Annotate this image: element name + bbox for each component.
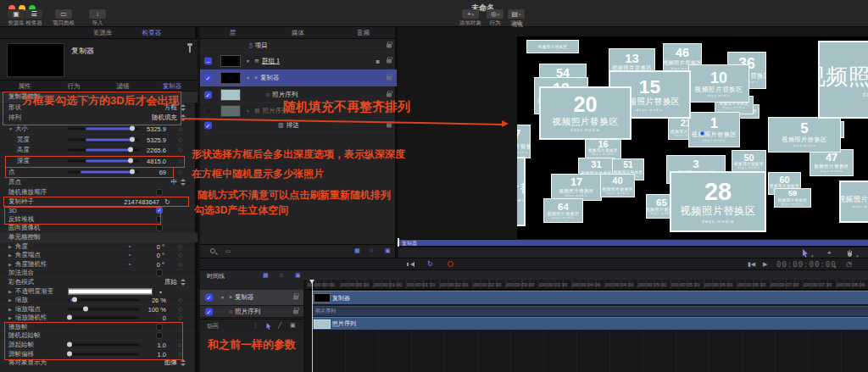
tab-媒体[interactable]: 媒体 (265, 27, 331, 39)
lock-icon[interactable] (293, 296, 298, 300)
popup-arrows-icon[interactable] (181, 359, 186, 366)
keyframe-diamond-icon[interactable]: ◇ (178, 252, 182, 258)
lock-icon[interactable] (387, 43, 392, 47)
keyframe-diamond-icon[interactable]: ◇ (178, 297, 182, 303)
go-to-start-icon[interactable]: ▮◀ (748, 260, 755, 269)
replicator-card[interactable]: 17视频照片替换区dayu.media (551, 174, 602, 201)
keyframe-diamond-icon[interactable]: ◇ (178, 136, 182, 143)
select-tool-icon[interactable] (802, 249, 809, 258)
disclosure-open-icon[interactable]: ▼ (246, 108, 250, 114)
disclosure-open-icon[interactable]: ▼ (246, 58, 250, 64)
disclosure-closed-icon[interactable]: ▶ (8, 307, 12, 312)
layer-checkbox[interactable]: – (204, 57, 212, 64)
animation-camera-icon[interactable]: ▣ (290, 322, 296, 329)
slider-knob[interactable] (83, 306, 88, 311)
layer-checkbox[interactable]: ✓ (204, 91, 212, 98)
timeline-clip[interactable]: 照片序列 (312, 317, 868, 330)
subtab-属性[interactable]: 属性 (0, 81, 49, 92)
timeline-ruler[interactable]: 00:00:00:00|00:00:00:30|00:00:01:00|00:0… (307, 280, 868, 290)
pin-icon[interactable] (189, 46, 191, 53)
disclosure-open-icon[interactable]: ▼ (220, 295, 225, 300)
replicator-card[interactable]: 10视频照片替换区dayu.media (688, 64, 749, 103)
animation-select-tool-icon[interactable] (266, 323, 271, 330)
layer-checkbox[interactable]: ✓ (204, 121, 212, 129)
replicator-card[interactable]: 59视频照片替换区dayu.media (774, 188, 811, 208)
animation-pen-icon[interactable]: ╱ (278, 322, 281, 329)
checkbox-随机播放顺序[interactable] (156, 189, 163, 196)
replicator-card[interactable]: 视频照片替换区dayu.media (839, 180, 868, 223)
gradient-edit-icon[interactable]: ▾ (159, 288, 162, 294)
playhead-line[interactable] (312, 280, 313, 372)
tab-层[interactable]: 层 (200, 27, 265, 39)
replicator-card[interactable]: 视频照片替换区dayu.media (517, 157, 526, 226)
layer-row-群组 1[interactable]: –▼≋群组 1≣ (200, 53, 397, 69)
playhead-marker[interactable] (309, 280, 314, 284)
disclosure-open-icon[interactable]: ▼ (246, 75, 250, 81)
timeline-group-lane[interactable]: 照片序列 (312, 306, 868, 316)
hand-tool-icon[interactable] (846, 249, 854, 258)
keyframe-diamond-icon[interactable]: ◇ (178, 125, 182, 132)
lock-icon[interactable] (387, 92, 392, 97)
replicator-card[interactable]: 50视频照片替换区dayu.media (732, 150, 766, 173)
lock-icon[interactable] (387, 123, 392, 127)
tab-检查器[interactable]: 检查器 (127, 27, 176, 39)
clock-icon[interactable]: ◷ (846, 260, 852, 269)
subtab-复制器[interactable]: 复制器 (147, 81, 197, 92)
replicator-card[interactable]: 视频照片替换区 (526, 40, 579, 53)
tab-音频[interactable]: 音频 (331, 27, 396, 39)
keyframe-diamond-icon[interactable]: ◇ (178, 261, 182, 268)
slider-knob[interactable] (67, 315, 72, 320)
replicator-card[interactable]: 20视频照片替换区dayu.media (539, 86, 632, 140)
timeline-lanes[interactable]: 复制器照片序列照片序列 (312, 290, 868, 372)
record-icon[interactable] (448, 261, 453, 267)
track-checkbox[interactable]: ✓ (205, 294, 213, 302)
disclosure-open-icon[interactable]: ▼ (8, 126, 13, 131)
layer-checkbox[interactable] (204, 107, 212, 114)
linked-icon[interactable]: ≣ (376, 58, 380, 64)
timeline-clip[interactable]: 复制器 (312, 291, 868, 304)
track-checkbox[interactable]: ✓ (205, 308, 213, 315)
disclosure-closed-icon[interactable]: ▶ (8, 253, 12, 258)
keyframe-diamond-icon[interactable]: ◇ (178, 243, 182, 250)
disclosure-closed-icon[interactable]: ▶ (8, 244, 12, 249)
disclosure-closed-icon[interactable]: ▶ (8, 262, 12, 267)
show-behaviors-icon[interactable]: ○ (370, 247, 373, 253)
timecode-display[interactable]: 00:00:00:00 (776, 260, 837, 269)
show-replicators-icon[interactable]: ▦ (354, 247, 360, 254)
slider-knob[interactable] (72, 297, 77, 303)
replicator-card[interactable]: 64视频照片替换区dayu.media (543, 198, 583, 223)
lock-icon[interactable] (387, 75, 392, 80)
search-icon[interactable] (210, 248, 215, 253)
show-filters-icon[interactable]: ▣ (385, 247, 391, 254)
toolbar-import-button[interactable]: ↓导入 (80, 9, 115, 27)
animation-options-icon[interactable]: ⋮ (253, 322, 259, 329)
popup-arrows-icon[interactable] (181, 179, 186, 186)
replicator-card[interactable]: 40视频照片替换区dayu.media (600, 174, 635, 197)
lock-icon[interactable] (387, 58, 392, 63)
keyframe-diamond-icon[interactable]: ◇ (178, 306, 182, 313)
replicator-card[interactable]: 1视频照片替换区dayu.media (688, 112, 740, 147)
disclosure-closed-icon[interactable]: ▶ (8, 315, 12, 320)
replicator-card[interactable]: 7视频照片替换区dayu.media (517, 125, 531, 158)
opacity-gradient-bar[interactable] (68, 288, 153, 294)
replicator-card[interactable]: 28视频照片替换区dayu.media (670, 171, 766, 232)
mini-timeline[interactable]: 复制器 (398, 239, 868, 247)
replicator-card[interactable]: 视频照片替换区dayu.media (818, 41, 868, 119)
timeline-show-filters-icon[interactable]: ▣ (295, 272, 301, 279)
replicator-card[interactable]: 47视频照片替换区dayu.media (810, 149, 854, 176)
transform-tool-icon[interactable]: + (827, 249, 832, 258)
replicator-card[interactable]: 5视频照片替换区dayu.media (768, 117, 841, 153)
disclosure-closed-icon[interactable]: ▶ (8, 289, 12, 294)
tab-资源库[interactable]: 资源库 (78, 27, 127, 39)
keyframe-diamond-icon[interactable]: ◇ (178, 169, 182, 175)
keyframe-diamond-icon[interactable]: ◇ (178, 147, 182, 153)
disclosure-closed-icon[interactable]: ▶ (8, 297, 12, 303)
canvas-anchor-crosshair-icon[interactable]: ⊕ (685, 129, 690, 136)
layer-row-项目[interactable]: ▯项目 (200, 39, 397, 53)
audio-mute-icon[interactable] (410, 262, 415, 267)
checkbox-面向摄像机[interactable] (156, 225, 163, 231)
subtab-行为[interactable]: 行为 (49, 81, 98, 92)
layer-checkbox[interactable]: ✓ (204, 74, 212, 81)
camera-view-menu[interactable]: 透视 (512, 21, 523, 29)
canvas-anchor-point-icon[interactable] (700, 131, 704, 136)
